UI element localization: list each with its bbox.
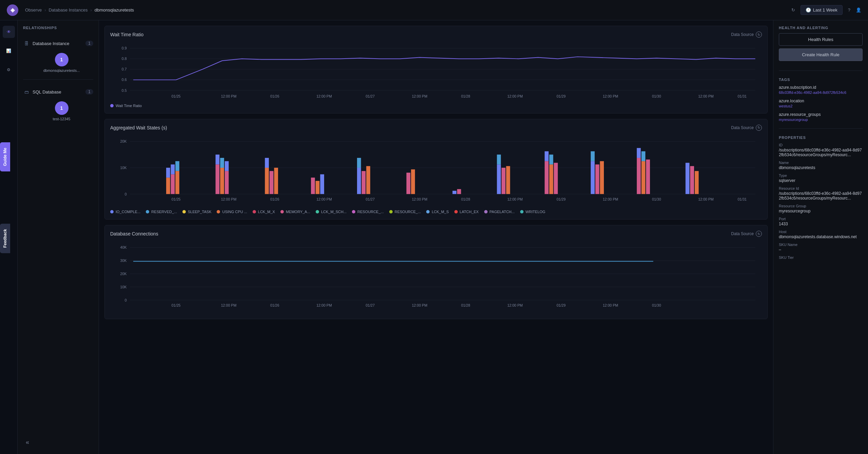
svg-text:12:00 PM: 12:00 PM (698, 197, 714, 201)
rail-eye-icon[interactable]: 👁 (3, 26, 15, 38)
sql-db-node[interactable]: 1 (55, 101, 68, 115)
breadcrumb: Observe › Database Instances › dbmonsqla… (25, 7, 134, 13)
connections-ds-icon: ↻ (756, 231, 762, 237)
health-alerting-section: HEALTH AND ALERTING Health Rules Create … (779, 26, 863, 64)
svg-rect-77 (554, 163, 558, 194)
prop-key-host: Host (779, 230, 863, 234)
health-rules-button[interactable]: Health Rules (779, 33, 863, 46)
prop-resource-group: Resource Group myresourcegroup (779, 204, 863, 213)
legend-memory: MEMORY_A... (280, 210, 310, 214)
wait-time-data-source-button[interactable]: Data Source ↻ (731, 32, 762, 38)
svg-text:30K: 30K (120, 259, 127, 263)
data-source-icon: ↻ (756, 32, 762, 38)
prop-val-sku-name: – (779, 247, 863, 252)
svg-text:01/30: 01/30 (652, 197, 661, 201)
svg-rect-47 (175, 161, 179, 171)
properties-section: PROPERTIES ID /subscriptions/68c03ffd-e3… (779, 136, 863, 260)
user-button[interactable]: 👤 (856, 7, 861, 13)
breadcrumb-sep-1: › (44, 7, 46, 13)
svg-text:0.8: 0.8 (122, 57, 127, 61)
sidebar: RELATIONSHIPS 🗄 Database Instance 1 1 db… (18, 20, 99, 454)
help-button[interactable]: ? (848, 7, 850, 13)
wait-time-ratio-panel: Wait Time Ratio Data Source ↻ 0.9 0.8 0.… (104, 26, 768, 114)
rp-divider-1 (779, 70, 863, 71)
legend-cpu-label: USING CPU ... (222, 210, 247, 214)
prop-key-resource-id: Resource Id (779, 186, 863, 190)
svg-text:12:00 PM: 12:00 PM (221, 303, 237, 307)
legend-sleep-label: SLEEP_TASK (188, 210, 212, 214)
legend-resource2-label: RESOURCE_... (395, 210, 421, 214)
db-instance-label: Database Instance (33, 41, 69, 46)
svg-text:01/27: 01/27 (366, 303, 375, 307)
svg-text:0.7: 0.7 (122, 67, 127, 71)
svg-text:12:00 PM: 12:00 PM (507, 197, 523, 201)
svg-rect-50 (220, 168, 224, 194)
guide-me-tab[interactable]: Guide Me (0, 142, 10, 171)
svg-rect-68 (457, 189, 461, 194)
svg-rect-62 (357, 158, 361, 168)
sql-db-label: SQL Database (33, 89, 61, 95)
svg-text:12:00 PM: 12:00 PM (507, 94, 523, 98)
svg-rect-65 (407, 172, 411, 194)
refresh-button[interactable]: ↻ (791, 7, 795, 13)
feedback-tab[interactable]: Feedback (0, 224, 10, 253)
svg-text:10K: 10K (120, 166, 127, 170)
svg-text:12:00 PM: 12:00 PM (507, 303, 523, 307)
tags-title: TAGS (779, 78, 863, 82)
prop-key-sku-name: SKU Name (779, 243, 863, 247)
svg-text:01/25: 01/25 (172, 94, 181, 98)
legend-memory-label: MEMORY_A... (286, 210, 310, 214)
svg-text:01/28: 01/28 (461, 94, 470, 98)
main-layout: 👁 📊 ⚙ RELATIONSHIPS 🗄 Database Instance … (0, 20, 868, 454)
connections-data-source-button[interactable]: Data Source ↻ (731, 231, 762, 237)
prop-val-type: sqlserver (779, 178, 863, 183)
svg-text:01/29: 01/29 (557, 197, 566, 201)
db-instance-nodes: 1 dbmonsqlazuretests... (23, 53, 93, 73)
db-connections-header: Database Connections Data Source ↻ (110, 231, 762, 237)
prop-val-port: 1433 (779, 222, 863, 226)
prop-val-host: dbmonsqlazuretests.database.windows.net (779, 234, 863, 239)
aggregated-wait-svg: 20K 10K 0 01/25 12:00 PM 01/26 12:00 PM … (110, 135, 762, 207)
svg-rect-55 (265, 158, 269, 168)
app-logo: ◈ (7, 4, 18, 16)
rail-settings-icon[interactable]: ⚙ (3, 64, 15, 76)
sidebar-entity-sql-db: 🗃 SQL Database 1 (23, 86, 93, 97)
svg-rect-63 (362, 171, 366, 194)
breadcrumb-parent[interactable]: Database Instances (48, 7, 87, 13)
svg-text:12:00 PM: 12:00 PM (412, 197, 428, 201)
svg-rect-53 (225, 161, 229, 171)
tag-resource-groups: azure.resource_groups myresourcegroup (779, 112, 863, 122)
rail-chart-icon[interactable]: 📊 (3, 45, 15, 57)
svg-text:20K: 20K (120, 272, 127, 276)
svg-rect-89 (695, 171, 699, 194)
svg-rect-61 (357, 168, 361, 194)
svg-rect-80 (595, 164, 599, 194)
svg-text:0.6: 0.6 (122, 78, 127, 82)
aggregated-data-source-button[interactable]: Data Source ↻ (731, 125, 762, 131)
create-health-rule-button[interactable]: Create Health Rule (779, 48, 863, 61)
breadcrumb-root[interactable]: Observe (25, 7, 42, 13)
svg-rect-82 (637, 158, 641, 194)
svg-rect-86 (646, 160, 650, 194)
svg-text:01/26: 01/26 (270, 303, 279, 307)
svg-rect-46 (175, 171, 179, 194)
wait-time-ratio-svg: 0.9 0.8 0.7 0.6 0.5 01/25 12:00 PM 01/26… (110, 42, 762, 101)
tag-location: azure.location westus2 (779, 99, 863, 108)
svg-text:12:00 PM: 12:00 PM (221, 94, 237, 98)
prop-key-type: Type (779, 173, 863, 178)
time-range-button[interactable]: 🕐 Last 1 Week (801, 5, 843, 15)
svg-text:12:00 PM: 12:00 PM (698, 94, 714, 98)
legend-wait-time-ratio: Wait Time Ratio (110, 104, 142, 108)
db-instance-node[interactable]: 1 (55, 53, 68, 66)
nav-right: ↻ 🕐 Last 1 Week ? 👤 (791, 5, 861, 15)
db-connections-panel: Database Connections Data Source ↻ 40K 3… (104, 225, 768, 319)
svg-rect-64 (366, 166, 370, 194)
tags-section: TAGS azure.subscription.id 68c03ffd-e36c… (779, 78, 863, 122)
tag-val-resource-groups: myresourcegroup (779, 118, 863, 122)
svg-text:10K: 10K (120, 285, 127, 289)
svg-rect-54 (265, 168, 269, 194)
svg-text:01/25: 01/25 (172, 197, 181, 201)
svg-rect-74 (545, 151, 549, 161)
sidebar-collapse-button[interactable]: « (23, 436, 93, 449)
breadcrumb-current: dbmonsqlazuretests (95, 7, 134, 13)
